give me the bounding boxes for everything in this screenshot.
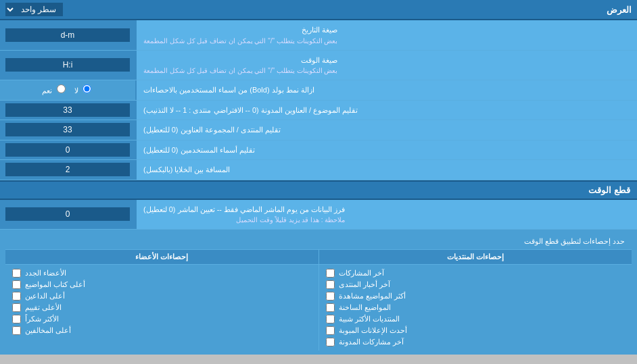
checkbox-col1-4[interactable]	[326, 315, 335, 323]
list-item: أعلى كتاب المواضيع	[8, 279, 316, 290]
cell-spacing-label: المسافة بين الخلايا (بالبكسل)	[135, 160, 637, 180]
list-item: آخر المشاركات	[322, 267, 630, 279]
checkboxes-header-row: إحصاءات المنتديات إحصاءات الأعضاء	[5, 250, 632, 265]
checkboxes-col2: الأعضاء الجدد أعلى كتاب المواضيع أعلى ال…	[5, 265, 318, 350]
header-label: العرض	[607, 5, 632, 15]
checkbox-col2-0[interactable]	[12, 269, 21, 278]
trim-forum-input[interactable]	[5, 123, 130, 136]
remove-bold-radio-cell: لا نعم	[0, 80, 135, 100]
limit-label: حدد إحصاءات لتطبيق قطع الوقت	[12, 237, 625, 246]
time-format-label: صيغة الوقت بعض التكوينات يتطلب "/" التي …	[135, 51, 637, 80]
list-item: آخر أخبار المنتدى	[322, 279, 630, 290]
checkbox-col1-6[interactable]	[326, 338, 335, 346]
limit-row: حدد إحصاءات لتطبيق قطع الوقت	[5, 234, 632, 250]
trim-subject-input[interactable]	[5, 103, 130, 117]
col1-header: إحصاءات المنتديات	[318, 250, 632, 264]
list-item: أعلى المخالفين	[8, 325, 316, 336]
list-item: الأعلى تقييم	[8, 302, 316, 313]
checkbox-col1-1[interactable]	[326, 280, 335, 289]
radio-yes[interactable]	[57, 84, 66, 93]
col2-header: إحصاءات الأعضاء	[5, 250, 318, 264]
checkbox-col2-3[interactable]	[12, 303, 21, 312]
date-format-label: صيغة التاريخ بعض التكوينات يتطلب "/" الت…	[135, 20, 637, 50]
realtime-days-input[interactable]	[5, 207, 130, 221]
cell-spacing-input-cell	[0, 160, 135, 180]
checkbox-col2-5[interactable]	[12, 326, 21, 335]
trim-subject-label: تقليم الموضوع / العناوين المدونة (0 -- ا…	[135, 101, 637, 120]
cell-spacing-input[interactable]	[5, 163, 130, 176]
radio-yes-label[interactable]: نعم	[42, 84, 67, 95]
checkbox-col1-5[interactable]	[326, 326, 335, 335]
remove-bold-label: ازالة نمط بولد (Bold) من اسماء المستخدمي…	[135, 80, 637, 100]
date-format-row: صيغة التاريخ بعض التكوينات يتطلب "/" الت…	[0, 20, 637, 51]
list-item: أكثر المواضيع مشاهدة	[322, 290, 630, 302]
date-format-input-cell	[0, 20, 135, 50]
list-item: آخر مشاركات المدونة	[322, 336, 630, 348]
trim-forum-input-cell	[0, 120, 135, 140]
checkbox-col1-2[interactable]	[326, 292, 335, 301]
realtime-days-input-cell	[0, 200, 135, 230]
radio-no-label[interactable]: لا	[74, 84, 93, 95]
checkbox-col2-4[interactable]	[12, 315, 21, 323]
trim-users-row: تقليم أسماء المستخدمين (0 للتعطيل)	[0, 140, 637, 161]
time-format-input[interactable]	[5, 58, 130, 72]
date-format-input[interactable]	[5, 28, 130, 42]
list-item: الأعضاء الجدد	[8, 267, 316, 279]
list-item: أعلى الداعين	[8, 290, 316, 302]
list-item: الأكثر شكراً	[8, 313, 316, 325]
display-select[interactable]: سطر واحدسطرانثلاثة أسطر	[5, 3, 63, 16]
realtime-section-header: قطع الوقت	[0, 180, 637, 200]
trim-subject-row: تقليم الموضوع / العناوين المدونة (0 -- ا…	[0, 101, 637, 121]
realtime-days-label: فرز البيانات من يوم الماشر الماضي فقط --…	[135, 200, 637, 230]
list-item: أحدث الإعلانات المبوبة	[322, 325, 630, 336]
main-container: العرض سطر واحدسطرانثلاثة أسطر صيغة التار…	[0, 0, 637, 355]
time-format-input-cell	[0, 51, 135, 80]
cell-spacing-row: المسافة بين الخلايا (بالبكسل)	[0, 160, 637, 180]
checkboxes-col1: آخر المشاركات آخر أخبار المنتدى أكثر الم…	[318, 265, 632, 350]
checkbox-col2-2[interactable]	[12, 292, 21, 301]
checkbox-col1-3[interactable]	[326, 303, 335, 312]
radio-no[interactable]	[82, 84, 91, 93]
trim-forum-row: تقليم المنتدى / المجموعة العناوين (0 للت…	[0, 120, 637, 140]
header-row: العرض سطر واحدسطرانثلاثة أسطر	[0, 0, 637, 20]
trim-forum-label: تقليم المنتدى / المجموعة العناوين (0 للت…	[135, 120, 637, 140]
list-item: المواضيع الساخنة	[322, 302, 630, 313]
checkbox-col2-1[interactable]	[12, 280, 21, 289]
time-format-row: صيغة الوقت بعض التكوينات يتطلب "/" التي …	[0, 51, 637, 81]
checkboxes-section: حدد إحصاءات لتطبيق قطع الوقت إحصاءات الم…	[0, 230, 637, 355]
realtime-days-row: فرز البيانات من يوم الماشر الماضي فقط --…	[0, 200, 637, 230]
trim-users-input[interactable]	[5, 143, 130, 157]
checkboxes-body: آخر المشاركات آخر أخبار المنتدى أكثر الم…	[5, 265, 632, 350]
remove-bold-row: ازالة نمط بولد (Bold) من اسماء المستخدمي…	[0, 80, 637, 101]
trim-users-label: تقليم أسماء المستخدمين (0 للتعطيل)	[135, 140, 637, 160]
trim-subject-input-cell	[0, 101, 135, 120]
list-item: المنتديات الأكثر شبية	[322, 313, 630, 325]
trim-users-input-cell	[0, 140, 135, 160]
checkbox-col1-0[interactable]	[326, 269, 335, 278]
